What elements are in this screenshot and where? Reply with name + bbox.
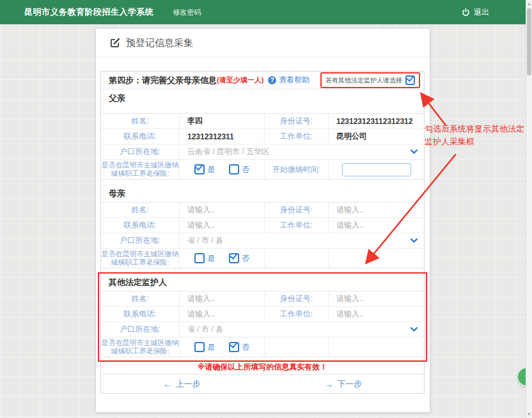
father-id-label: 身份证号: <box>265 114 329 128</box>
scrollbar-down-button[interactable]: ▼ <box>526 410 532 418</box>
insurance-label-line2: 城镇职工养老保险: <box>111 347 169 355</box>
father-insurance-no[interactable]: 否 <box>229 164 249 175</box>
checkbox-icon <box>194 342 205 352</box>
logout-button[interactable]: 退出 <box>462 7 489 18</box>
no-label: 否 <box>242 164 249 175</box>
guardian-name-label: 姓名: <box>101 291 180 306</box>
guardian-residence-select[interactable]: 省 / 市 / 县 <box>180 322 424 337</box>
chevron-down-icon <box>411 150 418 154</box>
placeholder-text: 请输入.. <box>336 205 364 215</box>
scrollbar-thumb[interactable] <box>527 8 531 75</box>
mother-insurance-label: 是否在昆明市主城区缴纳 城镇职工养老保险: <box>101 249 180 268</box>
guardian-phone-label: 联系电话: <box>101 307 180 321</box>
table-row: 联系电话: 12312312311 工作单位: 昆明公司 <box>101 128 424 144</box>
wizard-nav: ← 上一步 → 下一步 <box>101 375 424 393</box>
placeholder-text: 请输入.. <box>187 293 215 304</box>
placeholder-text: 请输入.. <box>187 205 215 215</box>
father-employer-field[interactable]: 昆明公司 <box>329 129 424 144</box>
mother-employer-field[interactable]: 请输入.. <box>329 218 424 233</box>
mother-id-field[interactable]: 请输入.. <box>329 203 424 217</box>
help-link[interactable]: ? 查看帮助 <box>268 75 309 86</box>
question-icon: ? <box>268 76 276 84</box>
checkbox-icon <box>229 164 239 174</box>
father-insurance-label: 是否在昆明市主城区缴纳 城镇职工养老保险: <box>101 160 180 179</box>
guardian-insurance-options: 是 否 <box>180 337 265 357</box>
prev-button[interactable]: ← 上一步 <box>101 378 263 390</box>
table-row: 联系电话: 请输入.. 工作单位: 请输入.. <box>101 217 424 233</box>
father-residence-select[interactable]: 云南省 / 昆明市 / 五华区 <box>180 144 424 159</box>
arrow-left-icon: ← <box>163 379 172 389</box>
other-guardian-checkbox[interactable]: 若有其他法定监护人请选择 <box>320 72 420 88</box>
edit-icon <box>110 38 120 48</box>
insurance-start-cell <box>329 160 424 179</box>
mother-name-label: 姓名: <box>101 203 180 217</box>
mother-residence-placeholder: 省 / 市 / 县 <box>187 235 223 246</box>
insurance-label-line2: 城镇职工养老保险: <box>111 169 169 178</box>
annotation-note: 勾选后系统将显示其他法定监护人采集框 <box>425 123 531 148</box>
guardian-id-label: 身份证号: <box>265 291 329 306</box>
guardian-insurance-yes[interactable]: 是 <box>194 342 215 353</box>
placeholder-text: 请输入.. <box>336 220 364 231</box>
change-password-link[interactable]: 修改密码 <box>173 8 201 17</box>
father-phone-label: 联系电话: <box>101 129 180 144</box>
scrollbar-up-button[interactable]: ▲ <box>526 0 532 8</box>
arrow-right-icon: → <box>324 379 333 389</box>
empty-cell <box>265 337 329 357</box>
app-title: 昆明市义务教育阶段招生入学系统 <box>24 6 154 18</box>
father-phone-field[interactable]: 12312312311 <box>180 129 265 144</box>
main-card: 预登记信息采集 第四步：请完善父亲母亲信息 (请至少填一人) ? 查看帮助 若有… <box>96 29 430 412</box>
checkbox-icon <box>194 164 205 174</box>
scrollbar: ▲ ▼ <box>526 0 532 418</box>
guardian-section-title: 其他法定监护人 <box>101 274 424 291</box>
prev-button-label: 上一步 <box>176 378 201 390</box>
mother-insurance-no[interactable]: 否 <box>229 253 249 264</box>
father-residence-label: 户口所在地: <box>101 144 180 159</box>
father-employer-label: 工作单位: <box>265 129 329 144</box>
guardian-table: 姓名: 请输入.. 身份证号: 请输入.. 联系电话: 请输入.. 工作单位: … <box>101 291 424 357</box>
empty-cell <box>329 337 424 357</box>
app-header: 昆明市义务教育阶段招生入学系统 修改密码 退出 <box>0 0 532 24</box>
guardian-residence-placeholder: 省 / 市 / 县 <box>187 324 223 335</box>
table-row: 是否在昆明市主城区缴纳 城镇职工养老保险: 是 否 <box>101 248 424 268</box>
table-row: 联系电话: 请输入.. 工作单位: 请输入.. <box>101 306 424 321</box>
mother-id-label: 身份证号: <box>265 203 329 217</box>
father-section-title: 父亲 <box>101 89 424 107</box>
insurance-label-line1: 是否在昆明市主城区缴纳 <box>102 161 179 169</box>
insurance-start-input[interactable] <box>342 163 411 176</box>
screen: 昆明市义务教育阶段招生入学系统 修改密码 退出 预登记信息采集 第四步：请完善父… <box>0 0 532 418</box>
empty-cell <box>265 249 329 268</box>
mother-employer-label: 工作单位: <box>265 218 329 233</box>
guardian-name-field[interactable]: 请输入.. <box>180 291 265 306</box>
page-title: 预登记信息采集 <box>126 37 193 49</box>
father-id-field[interactable]: 123123123112312312 <box>329 114 424 128</box>
yes-label: 是 <box>207 164 215 175</box>
guardian-phone-field[interactable]: 请输入.. <box>180 307 265 321</box>
step-hint: (请至少填一人) <box>217 75 263 85</box>
spacer <box>101 107 424 113</box>
placeholder-text: 请输入.. <box>187 220 215 231</box>
mother-residence-label: 户口所在地: <box>101 233 180 248</box>
next-button[interactable]: → 下一步 <box>263 378 425 390</box>
father-insurance-options: 是 否 <box>180 160 265 179</box>
next-button-label: 下一步 <box>337 378 362 390</box>
page-title-bar: 预登记信息采集 <box>96 29 430 58</box>
table-row: 是否在昆明市主城区缴纳 城镇职工养老保险: 是 否 <box>101 337 424 357</box>
guardian-insurance-no[interactable]: 否 <box>229 342 249 353</box>
mother-residence-select[interactable]: 省 / 市 / 县 <box>180 233 424 248</box>
mother-phone-field[interactable]: 请输入.. <box>180 218 265 233</box>
table-row: 姓名: 请输入.. 身份证号: 请输入.. <box>101 291 424 306</box>
table-row: 户口所在地: 云南省 / 昆明市 / 五华区 <box>101 144 424 159</box>
warning-text: ※请确保以上所填写的信息真实有效！ <box>101 360 424 375</box>
guardian-id-field[interactable]: 请输入.. <box>329 291 424 306</box>
form-panel: 第四步：请完善父亲母亲信息 (请至少填一人) ? 查看帮助 若有其他法定监护人请… <box>100 71 425 394</box>
mother-name-field[interactable]: 请输入.. <box>180 203 265 217</box>
help-link-label: 查看帮助 <box>279 75 309 86</box>
chevron-down-icon <box>411 327 418 332</box>
table-row: 是否在昆明市主城区缴纳 城镇职工养老保险: 是 否 开始缴纳时间: <box>101 159 424 179</box>
spacer <box>101 268 424 274</box>
mother-insurance-yes[interactable]: 是 <box>194 253 215 264</box>
father-name-field[interactable]: 李四 <box>180 114 265 128</box>
guardian-employer-field[interactable]: 请输入.. <box>329 307 424 321</box>
father-insurance-yes[interactable]: 是 <box>194 164 215 175</box>
power-icon <box>462 8 470 17</box>
